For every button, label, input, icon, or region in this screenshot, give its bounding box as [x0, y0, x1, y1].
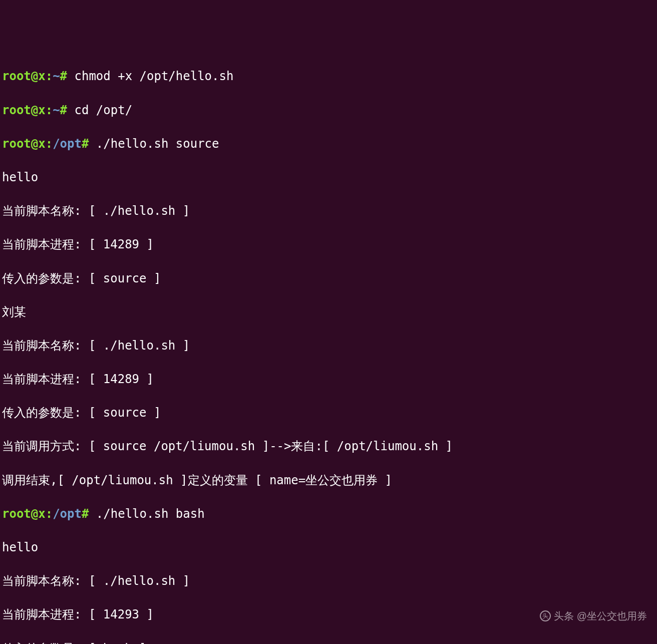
prompt-path: /opt	[53, 137, 82, 151]
output-line: 当前脚本进程: [ 14289 ]	[2, 236, 655, 253]
prompt-user: root@x	[2, 507, 46, 521]
output-line: 当前脚本名称: [ ./hello.sh ]	[2, 573, 655, 590]
output-line: 当前脚本进程: [ 14289 ]	[2, 371, 655, 388]
prompt-user: root@x	[2, 137, 46, 151]
prompt-sep: #	[82, 507, 89, 521]
command-text: ./hello.sh source	[89, 137, 226, 151]
output-line: 传入的参数是: [ bash ]	[2, 640, 655, 644]
command-text: ./hello.sh bash	[89, 507, 212, 521]
prompt-user: root@x	[2, 69, 46, 83]
output-line: 传入的参数是: [ source ]	[2, 270, 655, 287]
prompt-line[interactable]: root@x:/opt# ./hello.sh bash	[2, 506, 655, 523]
prompt-line[interactable]: root@x:/opt# ./hello.sh source	[2, 136, 655, 153]
prompt-path: /opt	[53, 507, 82, 521]
prompt-path: ~	[53, 103, 60, 117]
prompt-sep: #	[60, 103, 67, 117]
prompt-sep: #	[60, 69, 67, 83]
command-text: cd /opt/	[67, 103, 140, 117]
output-line: 传入的参数是: [ source ]	[2, 405, 655, 422]
prompt-path: ~	[53, 69, 60, 83]
output-line: hello	[2, 539, 655, 556]
prompt-sep: #	[82, 137, 89, 151]
output-line: 刘某	[2, 304, 655, 321]
output-line: 当前脚本名称: [ ./hello.sh ]	[2, 203, 655, 220]
prompt-user: root@x	[2, 103, 46, 117]
command-text: chmod +x /opt/hello.sh	[67, 69, 241, 83]
output-line: 当前脚本名称: [ ./hello.sh ]	[2, 338, 655, 355]
output-line: 当前调用方式: [ source /opt/liumou.sh ]-->来自:[…	[2, 438, 655, 455]
output-line: 当前脚本进程: [ 14293 ]	[2, 606, 655, 623]
output-line: 调用结束,[ /opt/liumou.sh ]定义的变量 [ name=坐公交也…	[2, 472, 655, 489]
output-line: hello	[2, 169, 655, 186]
prompt-line[interactable]: root@x:~# chmod +x /opt/hello.sh	[2, 68, 655, 85]
prompt-line[interactable]: root@x:~# cd /opt/	[2, 102, 655, 119]
